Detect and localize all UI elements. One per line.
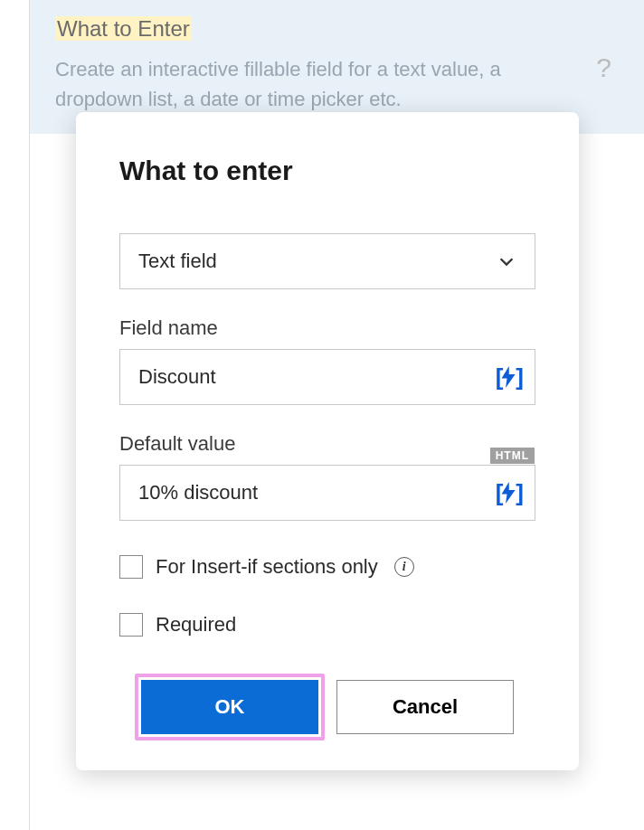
required-label: Required	[156, 613, 236, 637]
cancel-button[interactable]: Cancel	[336, 680, 514, 734]
svg-marker-0	[502, 366, 516, 388]
insert-if-checkbox[interactable]	[119, 555, 143, 579]
background-title: What to Enter	[55, 16, 192, 41]
bolt-icon	[500, 365, 516, 389]
left-border	[29, 134, 30, 830]
required-row: Required	[119, 613, 535, 637]
field-name-group: Field name []	[119, 316, 535, 405]
field-name-bolt-button[interactable]: []	[496, 363, 522, 391]
default-value-label: Default value	[119, 432, 535, 456]
required-checkbox[interactable]	[119, 613, 143, 637]
background-description: Create an interactive fillable field for…	[55, 54, 544, 114]
default-value-input[interactable]	[138, 481, 496, 505]
default-value-bolt-button[interactable]: []	[496, 479, 522, 507]
field-type-select[interactable]: Text field	[119, 233, 535, 289]
field-name-label: Field name	[119, 316, 535, 340]
field-name-input[interactable]	[138, 365, 496, 389]
default-value-group: Default value HTML []	[119, 432, 535, 521]
dialog-title: What to enter	[119, 156, 535, 186]
help-icon[interactable]: ?	[596, 52, 611, 83]
chevron-down-icon	[497, 251, 516, 271]
default-value-input-wrap: HTML []	[119, 465, 535, 521]
dialog: What to enter Text field Field name [] D…	[76, 112, 579, 770]
svg-marker-1	[502, 482, 516, 504]
insert-if-row: For Insert-if sections only i	[119, 555, 535, 579]
field-name-input-wrap: []	[119, 349, 535, 405]
html-badge: HTML	[490, 448, 535, 464]
field-type-group: Text field	[119, 233, 535, 289]
field-type-value: Text field	[138, 250, 217, 273]
bolt-icon	[500, 481, 516, 505]
ok-button[interactable]: OK	[141, 680, 318, 734]
info-icon[interactable]: i	[394, 557, 414, 577]
button-row: OK Cancel	[119, 680, 535, 734]
insert-if-label: For Insert-if sections only	[156, 555, 378, 579]
